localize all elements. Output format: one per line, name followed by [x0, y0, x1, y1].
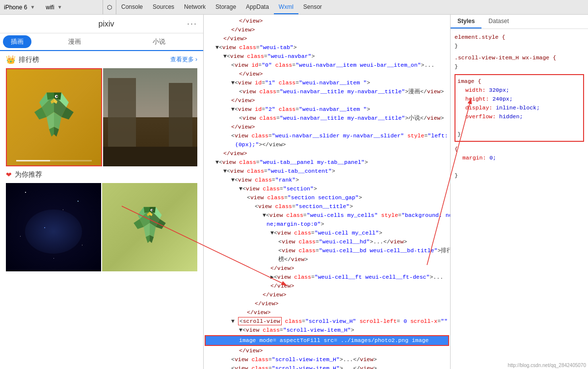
- view-more-link[interactable]: 查看更多 ›: [170, 55, 197, 64]
- cursor-icon: ⬡: [107, 4, 112, 11]
- code-line: </view>: [204, 264, 450, 273]
- style-prop-height: height: 240px;: [457, 95, 581, 104]
- code-line: ▼<view class="weui-cells my_cells" style…: [204, 211, 450, 220]
- pointer-tool[interactable]: ⬡: [103, 0, 116, 14]
- code-line: ▼<view class="weui-tab">: [204, 43, 450, 52]
- style-brace-close: }: [457, 131, 461, 137]
- styles-content-area: element.style { } .scroll-view-item_H wx…: [451, 29, 588, 369]
- code-line: ne;margin-top:0">: [204, 220, 450, 229]
- for-you-label: 为你推荐: [15, 170, 42, 179]
- code-line: </view>: [204, 346, 450, 355]
- ranking-section-header: 👑 排行榜 查看更多 ›: [0, 51, 203, 68]
- heart-icon: ❤: [6, 171, 12, 179]
- scroll-view-line[interactable]: ▼ <scroll-view class="scroll-view_H" scr…: [204, 317, 450, 326]
- style-prop-display: display: inline-block;: [457, 104, 581, 112]
- ranking-images-row: [0, 68, 203, 166]
- svg-point-13: [56, 96, 58, 97]
- space-image: [6, 183, 101, 271]
- tab-manga[interactable]: 漫画: [33, 37, 116, 46]
- code-line: </view>: [204, 308, 450, 317]
- more-options-icon[interactable]: ···: [187, 19, 197, 29]
- image-progress-bar: [16, 160, 92, 161]
- code-line: <view id="0" class="weui-navbar__item we…: [204, 61, 450, 70]
- watermark: http://blog.csdn.net/qq_2842405070: [508, 363, 586, 368]
- ranking-title-area: 👑 排行榜: [6, 55, 39, 64]
- code-line: <view class="weui-navbar__title my-navba…: [204, 87, 450, 96]
- code-line: ▼<view id="1" class="weui-navbar__item "…: [204, 79, 450, 87]
- style-selector: image {: [457, 78, 481, 84]
- code-line: </view>: [204, 26, 450, 34]
- style-selector: element.style {: [454, 34, 506, 40]
- code-line: </view>: [204, 123, 450, 132]
- second-parrot-image: [102, 183, 197, 271]
- tab-network[interactable]: Network: [179, 0, 211, 14]
- parrot-illustration-2: [128, 203, 172, 247]
- image-element-line[interactable]: image mode= aspectToFill src= ../images/…: [205, 335, 449, 346]
- tab-console[interactable]: Console: [116, 0, 148, 14]
- code-line: ▼<view class="weui-tab__panel my-tab__pa…: [204, 158, 450, 167]
- code-line: ▼<view class="scroll-view-item_H">: [204, 326, 450, 335]
- tab-illustration[interactable]: 插画: [3, 35, 31, 48]
- code-content-area[interactable]: </view> </view> </view> ▼<view class="we…: [204, 15, 450, 369]
- device-dropdown-arrow: ▼: [30, 4, 35, 10]
- styles-tab-dataset[interactable]: Dataset: [481, 15, 515, 28]
- tab-storage[interactable]: Storage: [211, 0, 241, 14]
- style-brace-close: }: [454, 172, 458, 179]
- code-line: <view class="weui-cell__bd weui-cell__bd…: [204, 246, 450, 255]
- code-line: <view class="section__title">: [204, 202, 450, 211]
- code-line: ▼<view class="weui-navbar">: [204, 52, 450, 61]
- style-rule-margin: { margin: 0; }: [454, 145, 584, 180]
- style-rule-scroll-view-item: .scroll-view-item_H wx-image { }: [454, 53, 584, 71]
- app-title: pixiv: [26, 20, 187, 28]
- style-brace: }: [454, 63, 458, 70]
- style-prop-margin: margin: 0;: [454, 154, 584, 162]
- tab-novel[interactable]: 小说: [118, 37, 200, 46]
- code-line: <view class="scroll-view-item_H">...</vi…: [204, 364, 450, 369]
- code-line: ▼<view class="weui-cell my_cell">: [204, 229, 450, 237]
- style-rule-image-boxed: image { width: 320px; height: 240px; dis…: [454, 74, 584, 142]
- code-line: </view>: [204, 70, 450, 79]
- device-selector[interactable]: iPhone 6 ▼ wifi ▼: [0, 0, 103, 14]
- phone-app-header: pixiv ···: [0, 15, 203, 33]
- code-line: ▼<view class="weui-tab__content">: [204, 167, 450, 176]
- code-line: </view>: [204, 290, 450, 299]
- code-line: <view class="weui-cell__hd">...</view>: [204, 237, 450, 246]
- image-progress-fill: [16, 160, 50, 161]
- code-line: </view>: [204, 282, 450, 290]
- tab-appdata[interactable]: AppData: [241, 0, 274, 14]
- tab-sensor[interactable]: Sensor: [298, 0, 327, 14]
- devtools-tabs: Console Sources Network Storage AppData …: [116, 0, 327, 14]
- network-dropdown-arrow: ▼: [57, 4, 62, 10]
- style-selector: .scroll-view-item_H wx-image {: [454, 54, 556, 61]
- ranking-image-1: [6, 68, 102, 166]
- styles-panel: Styles Dataset element.style { } .scroll…: [451, 15, 588, 369]
- network-name: wifi: [46, 4, 54, 11]
- code-line: </view>: [204, 149, 450, 158]
- code-line: <view class="scroll-view-item_H">...</vi…: [204, 355, 450, 364]
- style-prop-width: width: 320px;: [457, 86, 581, 95]
- ranking-image-2: [103, 68, 197, 166]
- tab-sources[interactable]: Sources: [148, 0, 179, 14]
- code-line: </view>: [204, 96, 450, 105]
- main-area: pixiv ··· 插画 漫画 小说 👑 排行榜 查看更多 ›: [0, 15, 588, 369]
- code-line: ▼<view id="2" class="weui-navbar__item "…: [204, 105, 450, 114]
- code-line: </view>: [204, 299, 450, 308]
- style-selector: {: [454, 146, 458, 152]
- styles-tab-styles[interactable]: Styles: [451, 15, 481, 28]
- tab-wxml[interactable]: Wxml: [274, 0, 298, 14]
- phone-tab-bar: 插画 漫画 小说: [0, 33, 203, 51]
- styles-tabs-bar: Styles Dataset: [451, 15, 588, 29]
- svg-point-29: [152, 210, 153, 211]
- ranking-label: 排行榜: [19, 55, 39, 64]
- code-line: 榜</view>: [204, 255, 450, 264]
- code-line: (0px);"></view>: [204, 140, 450, 149]
- code-line: ▼<view class="rank">: [204, 176, 450, 184]
- code-line: <view class="weui-navbar__title my-navba…: [204, 114, 450, 123]
- style-prop-overflow: overflow: hidden;: [457, 112, 581, 121]
- bottom-images-grid: [0, 183, 203, 271]
- toolbar: iPhone 6 ▼ wifi ▼ ⬡ Console Sources Netw…: [0, 0, 588, 15]
- device-name: iPhone 6: [4, 4, 27, 11]
- parrot-illustration-1: [27, 88, 81, 142]
- code-line: ▶<view class="weui-cell__ft weui-cell__f…: [204, 273, 450, 282]
- code-line: ▼<view class="section">: [204, 184, 450, 193]
